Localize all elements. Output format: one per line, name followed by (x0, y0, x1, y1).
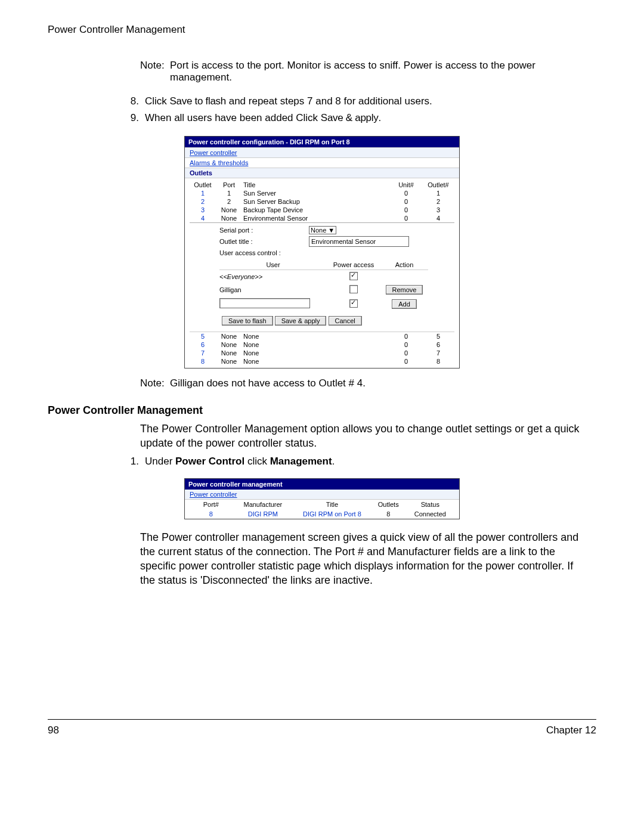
step-number: 1. (122, 456, 145, 467)
window-title: Power controller management (185, 479, 459, 490)
chapter-label: Chapter 12 (546, 724, 596, 736)
window-title: Power controller configuration - DIGI RP… (185, 137, 459, 147)
step-text: Under Power Control click Management. (145, 456, 335, 467)
body-paragraph: The Power Controller Management option a… (140, 422, 584, 451)
running-head: Power Controller Management (48, 24, 596, 36)
save-to-flash-button[interactable]: Save to flash (222, 316, 273, 326)
body-paragraph: The Power controller management screen g… (140, 530, 584, 588)
outlet-title-label: Outlet title : (219, 238, 309, 245)
step-text: When all users have been added Click Sav… (145, 112, 381, 124)
step-number: 8. (122, 95, 145, 107)
col-port: Port# (191, 501, 231, 508)
status-value: Connected (407, 510, 453, 518)
poweraccess-checkbox[interactable] (349, 299, 358, 308)
outlet-row[interactable]: 3 None Backup Tape Device 0 3 (190, 206, 454, 214)
nav-outlets: Outlets (190, 169, 212, 176)
note-label: Note: (140, 60, 170, 83)
nav-power-controller[interactable]: Power controller (190, 149, 237, 156)
note-text: Gilligan does not have access to Outlet … (170, 377, 584, 389)
col-outlet: Outlet (190, 181, 216, 189)
section-heading: Power Controller Management (48, 404, 596, 417)
step-text: Click Save to flash and repeat steps 7 a… (145, 95, 432, 107)
serial-port-select[interactable]: None ▼ (309, 226, 336, 234)
poweraccess-col-head: Power access (327, 260, 380, 270)
outlet-row[interactable]: 8 None None 0 8 (190, 357, 454, 366)
col-outletn: Outlet# (422, 181, 454, 189)
col-title: Title (242, 181, 390, 189)
poweraccess-checkbox[interactable] (349, 272, 358, 280)
outlet-row[interactable]: 7 None None 0 7 (190, 349, 454, 357)
uac-label: User access control : (219, 249, 281, 256)
cancel-button[interactable]: Cancel (329, 316, 362, 326)
outlet-row[interactable]: 4 None Environmental Sensor 0 4 (190, 214, 454, 222)
note-label: Note: (140, 377, 170, 389)
outlet-title-input[interactable] (309, 236, 409, 247)
user-name: Gilligan (219, 284, 327, 295)
user-input[interactable] (219, 298, 310, 308)
user-everyone: <<Everyone>> (219, 271, 327, 282)
user-col-head: User (219, 260, 327, 270)
add-button[interactable]: Add (392, 299, 417, 309)
col-status: Status (407, 501, 453, 508)
outlet-row[interactable]: 2 2 Sun Server Backup 0 2 (190, 197, 454, 206)
col-manufacturer: Manufacturer (231, 501, 295, 508)
nav-alarms-thresholds[interactable]: Alarms & thresholds (190, 159, 248, 166)
remove-button[interactable]: Remove (386, 285, 423, 295)
page-number: 98 (48, 724, 59, 736)
step-number: 9. (122, 112, 145, 124)
manufacturer-link[interactable]: DIGI RPM (231, 510, 295, 518)
col-title: Title (295, 501, 370, 508)
controller-row: 8 DIGI RPM DIGI RPM on Port 8 8 Connecte… (185, 509, 459, 519)
port-link[interactable]: 8 (191, 510, 231, 518)
action-col-head: Action (380, 260, 428, 270)
config-screenshot: Power controller configuration - DIGI RP… (184, 136, 460, 368)
nav-power-controller[interactable]: Power controller (190, 491, 237, 498)
col-unit: Unit# (390, 181, 422, 189)
col-outlets: Outlets (370, 501, 407, 508)
poweraccess-checkbox[interactable] (349, 285, 358, 293)
management-screenshot: Power controller management Power contro… (184, 478, 460, 519)
outlet-row[interactable]: 6 None None 0 6 (190, 340, 454, 349)
save-apply-button[interactable]: Save & apply (275, 316, 327, 326)
title-link[interactable]: DIGI RPM on Port 8 (295, 510, 370, 518)
serial-port-label: Serial port : (219, 227, 309, 234)
note-text: Port is access to the port. Monitor is a… (170, 60, 584, 83)
outlet-row[interactable]: 5 None None 0 5 (190, 332, 454, 341)
col-port: Port (216, 181, 242, 189)
outlet-row[interactable]: 1 1 Sun Server 0 1 (190, 189, 454, 197)
outlets-value: 8 (370, 510, 407, 518)
